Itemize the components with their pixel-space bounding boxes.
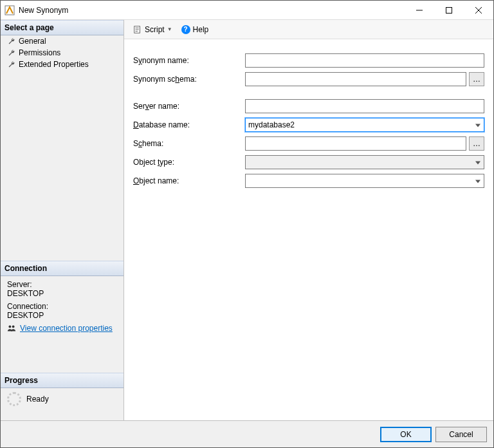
page-label: Permissions	[19, 48, 60, 57]
svg-rect-2	[446, 7, 452, 13]
server-value: DESKTOP	[7, 289, 120, 298]
footer: OK Cancel	[1, 420, 493, 447]
select-page-header: Select a page	[1, 20, 124, 35]
synonym-schema-label: Synonym schema:	[133, 75, 245, 84]
database-name-combo[interactable]	[245, 118, 484, 132]
progress-status: Ready	[26, 395, 49, 404]
synonym-name-input[interactable]	[245, 53, 484, 68]
help-button[interactable]: ? Help	[179, 24, 212, 35]
progress-spinner-icon	[7, 392, 21, 406]
object-type-label: Object type:	[133, 158, 245, 167]
schema-label: Schema:	[133, 139, 245, 148]
synonym-name-label: Synonym name:	[133, 56, 245, 65]
connection-value: DESKTOP	[7, 311, 120, 320]
form-area: Synonym name: Synonym schema: … Server n…	[124, 39, 493, 201]
right-panel: Script ▼ ? Help Synonym name: Synonym sc…	[124, 20, 493, 420]
schema-browse-button[interactable]: …	[469, 136, 484, 151]
server-label: Server:	[7, 280, 120, 289]
page-general[interactable]: General	[1, 35, 124, 47]
database-name-label: Database name:	[133, 120, 245, 129]
minimize-button[interactable]	[405, 1, 434, 20]
maximize-button[interactable]	[434, 1, 464, 20]
page-permissions[interactable]: Permissions	[1, 47, 124, 59]
page-label: General	[19, 37, 46, 46]
left-panel: Select a page General Permissions Extend…	[1, 20, 124, 420]
server-name-input[interactable]	[245, 99, 484, 113]
view-connection-properties-link[interactable]: View connection properties	[20, 324, 113, 333]
connection-header: Connection	[1, 261, 124, 276]
page-extended-properties[interactable]: Extended Properties	[1, 59, 124, 70]
object-name-combo[interactable]	[245, 174, 484, 188]
progress-header: Progress	[1, 373, 124, 388]
help-label: Help	[193, 25, 209, 34]
cancel-button[interactable]: Cancel	[435, 427, 487, 442]
toolbar: Script ▼ ? Help	[124, 20, 493, 39]
object-type-combo[interactable]	[245, 155, 484, 169]
app-icon	[5, 5, 15, 15]
schema-input[interactable]	[245, 136, 466, 151]
window-title: New Synonym	[19, 6, 68, 15]
connection-label: Connection:	[7, 302, 120, 311]
script-button[interactable]: Script ▼	[131, 24, 175, 35]
script-icon	[133, 25, 142, 34]
titlebar: New Synonym	[1, 1, 493, 20]
svg-point-6	[12, 325, 15, 328]
help-icon: ?	[181, 25, 190, 34]
ok-button[interactable]: OK	[380, 427, 432, 442]
synonym-schema-input[interactable]	[245, 72, 466, 86]
svg-point-5	[8, 325, 11, 328]
chevron-down-icon: ▼	[167, 26, 172, 32]
synonym-schema-browse-button[interactable]: …	[469, 72, 484, 86]
server-name-label: Server name:	[133, 102, 245, 111]
wrench-icon	[7, 48, 16, 57]
wrench-icon	[7, 60, 16, 69]
object-name-label: Object name:	[133, 176, 245, 185]
script-label: Script	[145, 25, 165, 34]
wrench-icon	[7, 37, 16, 46]
page-label: Extended Properties	[19, 60, 89, 69]
people-icon	[7, 324, 16, 333]
close-button[interactable]	[464, 1, 493, 20]
